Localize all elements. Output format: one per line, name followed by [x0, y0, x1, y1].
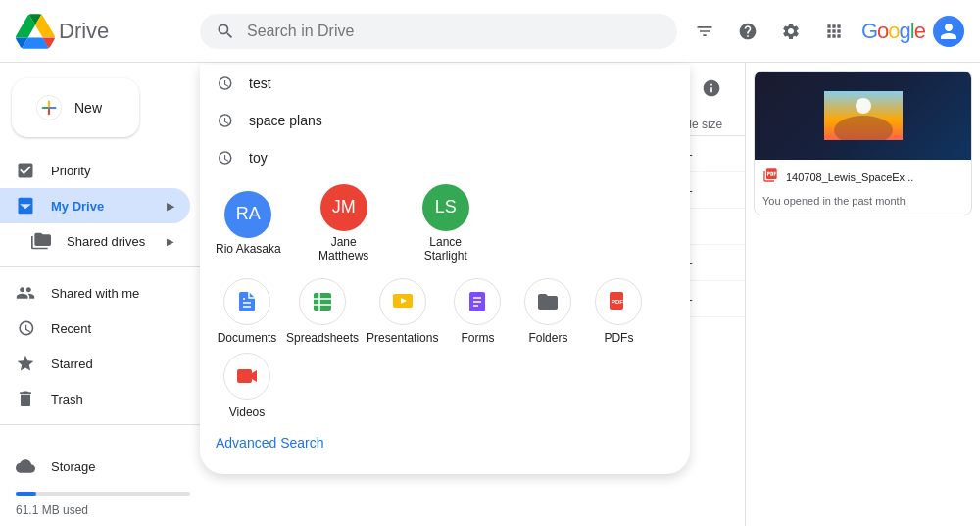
sidebar-item-recent[interactable]: Recent — [0, 311, 190, 346]
sidebar-item-shared-drives[interactable]: Shared drives ▶ — [0, 223, 190, 259]
storage-bar-fill — [16, 492, 36, 496]
history-icon — [216, 74, 233, 92]
pdfs-icon: PDF — [607, 290, 630, 313]
apps-icon — [824, 22, 844, 41]
filter-icon-btn[interactable] — [685, 12, 724, 51]
sidebar-item-starred[interactable]: Starred — [0, 346, 190, 381]
app-container: Drive test — [0, 0, 980, 526]
svg-marker-13 — [252, 370, 257, 382]
file-type-folders-label: Folders — [528, 331, 567, 345]
videos-icon — [235, 364, 259, 388]
help-icon-btn[interactable] — [728, 12, 767, 51]
logo-area: Drive — [16, 12, 192, 51]
shared-drives-icon — [31, 231, 51, 251]
person-jane-avatar: JM — [320, 184, 368, 231]
file-type-forms[interactable]: Forms — [446, 278, 509, 345]
file-type-presentations-label: Presentations — [367, 331, 438, 345]
presentations-icon-circle — [379, 278, 426, 325]
documents-icon — [235, 290, 259, 313]
file-type-folders[interactable]: Folders — [516, 278, 579, 345]
pdf-icon-sm-svg — [762, 167, 778, 183]
person-rio-avatar: RA — [224, 191, 271, 238]
person-jane-name: Jane Matthews — [305, 235, 383, 263]
history-item-space-plans[interactable]: space plans — [200, 102, 690, 139]
header-right: Google — [685, 12, 964, 51]
sidebar-divider-2 — [0, 424, 206, 425]
sidebar-item-shared-with-me[interactable]: Shared with me — [0, 275, 190, 311]
file-type-pdfs[interactable]: PDF PDFs — [587, 278, 650, 345]
advanced-search-link[interactable]: Advanced Search — [200, 427, 690, 458]
user-avatar-icon — [939, 22, 958, 41]
sidebar-item-priority[interactable]: Priority — [0, 153, 190, 188]
people-section: RA Rio Akasaka JM Jane Matthews LS Lance… — [200, 176, 690, 270]
my-drive-icon — [16, 196, 35, 215]
my-drive-chevron-icon: ▶ — [167, 201, 174, 212]
history-item-test[interactable]: test — [200, 65, 690, 102]
storage-used-label: 61.1 MB used — [16, 503, 88, 517]
person-rio[interactable]: RA Rio Akasaka — [216, 191, 281, 256]
user-avatar[interactable] — [933, 16, 964, 47]
history-text-space-plans: space plans — [249, 113, 322, 128]
recent-label: Recent — [51, 321, 91, 336]
search-icon — [216, 22, 235, 41]
right-panel: 140708_Lewis_SpaceEx... You opened in th… — [745, 63, 980, 526]
my-drive-label: My Drive — [51, 199, 104, 214]
person-jane[interactable]: JM Jane Matthews — [305, 184, 383, 263]
storage-cloud-icon — [16, 456, 35, 476]
pdfs-icon-circle: PDF — [595, 278, 642, 325]
history-item-toy[interactable]: toy — [200, 139, 690, 176]
sidebar-item-trash[interactable]: Trash — [0, 381, 190, 416]
history-text-toy: toy — [249, 150, 268, 166]
forms-icon-circle — [454, 278, 501, 325]
new-button-label: New — [74, 100, 102, 116]
shared-drives-label: Shared drives — [67, 234, 145, 249]
recent-file-pdf-icon — [762, 167, 778, 187]
file-types-section: Documents Spreadsheets Presentations — [200, 270, 690, 427]
person-lance-avatar: LS — [422, 184, 469, 231]
search-box[interactable]: test space plans toy RA — [200, 14, 677, 49]
recent-file-thumbnail — [755, 72, 971, 160]
storage-label: Storage — [51, 459, 96, 474]
file-type-documents[interactable]: Documents — [216, 278, 278, 345]
folders-icon — [536, 290, 560, 313]
file-type-presentations[interactable]: Presentations — [367, 278, 438, 345]
settings-icon-btn[interactable] — [771, 12, 810, 51]
recent-file-info: 140708_Lewis_SpaceEx... — [755, 160, 971, 195]
starred-label: Starred — [51, 357, 93, 371]
file-type-videos-label: Videos — [229, 406, 265, 419]
svg-point-21 — [856, 98, 871, 114]
svg-rect-0 — [314, 293, 331, 311]
file-type-documents-label: Documents — [218, 331, 277, 345]
sidebar-divider-1 — [0, 266, 206, 267]
shared-with-me-label: Shared with me — [51, 286, 139, 301]
new-plus-icon — [35, 94, 63, 121]
file-type-spreadsheets[interactable]: Spreadsheets — [286, 278, 359, 345]
priority-label: Priority — [51, 164, 90, 178]
thumbnail-illustration — [824, 91, 903, 140]
recent-file-name: 140708_Lewis_SpaceEx... — [786, 171, 913, 183]
storage-item[interactable]: Storage — [16, 449, 174, 484]
file-type-forms-label: Forms — [461, 331, 494, 345]
spreadsheets-icon-circle — [299, 278, 346, 325]
logo-text: Drive — [59, 19, 109, 44]
drive-logo-icon — [16, 12, 55, 51]
settings-icon — [781, 22, 801, 41]
info-icon — [702, 78, 721, 98]
file-type-videos[interactable]: Videos — [216, 353, 278, 419]
storage-bar — [16, 492, 190, 496]
documents-icon-circle — [223, 278, 270, 325]
recent-icon — [16, 318, 35, 338]
recent-file-description: You opened in the past month — [755, 195, 971, 215]
trash-label: Trash — [51, 392, 83, 406]
recent-file-card[interactable]: 140708_Lewis_SpaceEx... You opened in th… — [754, 71, 972, 215]
priority-icon — [16, 161, 35, 180]
info-button[interactable] — [694, 71, 729, 106]
sidebar-item-my-drive[interactable]: My Drive ▶ — [0, 188, 190, 223]
filter-icon — [695, 22, 714, 41]
help-icon — [738, 22, 758, 41]
person-lance[interactable]: LS Lance Starlight — [407, 184, 485, 263]
apps-icon-btn[interactable] — [814, 12, 854, 51]
new-button[interactable]: New — [12, 78, 139, 137]
shared-with-me-icon — [16, 283, 35, 303]
search-input[interactable] — [247, 23, 662, 40]
